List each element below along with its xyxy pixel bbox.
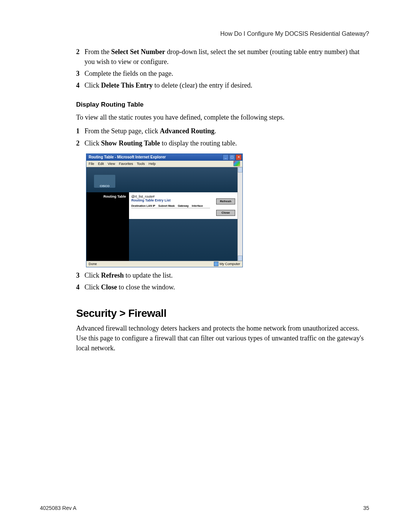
step-bold-term: Refresh [101,272,124,279]
menu-item-tools[interactable]: Tools [137,162,145,166]
step-item: 4Click Delete This Entry to delete (clea… [76,80,369,90]
menu-item-file[interactable]: File [89,162,94,166]
close-button[interactable]: Close [216,210,235,216]
step-number: 2 [76,138,84,148]
step-text: Click Delete This Entry to delete (clear… [84,80,252,90]
column-header: Gateway [178,204,189,207]
table-column-headers: Destination LAN IPSubnet MaskGatewayInte… [131,204,210,208]
my-computer-icon [214,262,218,266]
step-text: From the Select Set Number drop-down lis… [84,47,369,67]
menu-item-edit[interactable]: Edit [98,162,104,166]
cisco-logo: CISCO [94,175,115,188]
routing-white-panel: @rt_list_route# Routing Table Entry List… [129,192,237,219]
subheading-display-routing-table: Display Routing Table [76,101,369,109]
step-bold-term: Select Set Number [111,48,165,56]
status-right-text: My Computer [220,262,240,266]
firewall-paragraph: Advanced firewall technology deters hack… [76,323,369,353]
ie-content: CISCO Routing Table @rt_list_route# Rout… [86,167,237,261]
ie-logo-icon [233,161,240,166]
step-item: 2From the Select Set Number drop-down li… [76,47,369,67]
step-bold-term: Delete This Entry [101,81,153,89]
step-text: Complete the fields on the page. [84,69,173,78]
ie-menubar: FileEditViewFavoritesToolsHelp [86,161,242,167]
step-text: Click Close to close the window. [84,282,175,292]
step-bold-term: Show Routing Table [101,139,160,147]
step-text: Click Refresh to update the list. [84,270,173,280]
step-number: 2 [76,47,84,57]
step-number: 3 [76,270,84,280]
screenshot-ie-window: Routing Table - Microsoft Internet Explo… [86,153,243,267]
status-left-text: Done [89,262,97,266]
column-header: Destination LAN IP [131,204,155,207]
brand-band: CISCO [86,167,237,192]
refresh-button[interactable]: Refresh [216,198,235,204]
document-page: How Do I Configure My DOCSIS Residential… [0,0,411,532]
intro-paragraph: To view all the static routes you have d… [76,112,369,122]
footer-right: 35 [363,505,369,511]
window-title: Routing Table - Microsoft Internet Explo… [87,155,223,159]
button-stack: Refresh Close [216,198,235,216]
step-item: 1From the Setup page, click Advanced Rou… [76,126,369,136]
step-number: 3 [76,69,84,78]
step-item: 3Click Refresh to update the list. [76,270,369,280]
menu-item-help[interactable]: Help [148,162,156,166]
ie-statusbar: Done My Computer [86,261,242,267]
steps-group-a: 2From the Select Set Number drop-down li… [76,47,369,90]
window-titlebar: Routing Table - Microsoft Internet Explo… [86,154,242,161]
section-heading-security-firewall: Security > Firewall [76,307,369,320]
steps-group-b: 1From the Setup page, click Advanced Rou… [76,126,369,148]
minimize-icon[interactable]: _ [223,154,229,160]
entry-list-title: Routing Table Entry List [131,198,210,202]
menu-item-favorites[interactable]: Favorites [119,162,133,166]
page-footer: 4025083 Rev A 35 [40,505,369,511]
step-item: 2Click Show Routing Table to display the… [76,138,369,148]
menu-item-view[interactable]: View [108,162,115,166]
step-item: 4Click Close to close the window. [76,282,369,292]
left-nav-label: Routing Table [86,192,129,261]
right-panel: @rt_list_route# Routing Table Entry List… [129,192,237,261]
footer-left: 4025083 Rev A [40,505,76,511]
step-item: 3Complete the fields on the page. [76,69,369,78]
step-bold-term: Close [101,283,117,291]
cgi-token-text: @rt_list_route# [131,195,235,198]
step-text: Click Show Routing Table to display the … [84,138,237,148]
column-header: Subnet Mask [158,204,175,207]
step-number: 4 [76,282,84,292]
scrollbar[interactable] [237,167,242,261]
step-number: 4 [76,80,84,90]
column-header: Interface [192,204,203,207]
step-bold-term: Advanced Routing [160,127,215,135]
step-number: 1 [76,126,84,136]
step-text: From the Setup page, click Advanced Rout… [84,126,216,136]
page-header-right: How Do I Configure My DOCSIS Residential… [76,30,369,37]
close-icon[interactable]: ✕ [236,154,242,160]
steps-group-c: 3Click Refresh to update the list.4Click… [76,270,369,292]
window-buttons: _ ▢ ✕ [223,154,242,160]
maximize-icon[interactable]: ▢ [229,154,235,160]
